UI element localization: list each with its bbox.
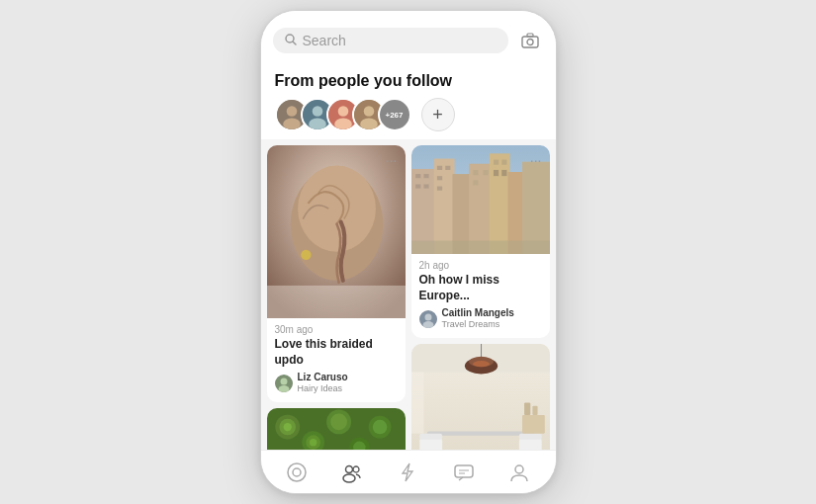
avatar-stack: +267 xyxy=(275,98,404,131)
pin-user-row: Liz Caruso Hairy Ideas xyxy=(275,372,398,394)
svg-rect-87 xyxy=(518,439,541,450)
svg-rect-4 xyxy=(527,34,533,37)
svg-rect-57 xyxy=(415,174,420,178)
avatar-count: +267 xyxy=(378,98,411,131)
svg-rect-69 xyxy=(501,160,506,165)
svg-rect-66 xyxy=(483,170,488,175)
svg-point-7 xyxy=(283,119,301,130)
svg-rect-95 xyxy=(524,403,530,415)
svg-rect-82 xyxy=(426,432,534,436)
pin-card-interior[interactable] xyxy=(411,344,550,450)
pin-username-europe: Caitlin Mangels xyxy=(442,307,514,319)
svg-rect-53 xyxy=(469,164,492,254)
svg-point-37 xyxy=(372,420,387,435)
search-icon xyxy=(285,34,297,48)
pin-more-europe[interactable]: ··· xyxy=(528,151,544,169)
pin-title: Love this braided updo xyxy=(275,337,398,368)
svg-rect-94 xyxy=(522,415,545,434)
svg-point-13 xyxy=(334,119,352,130)
nav-home[interactable] xyxy=(279,455,315,490)
pin-title-europe: Oh how I miss Europe... xyxy=(419,273,542,303)
svg-rect-2 xyxy=(522,37,538,47)
svg-rect-56 xyxy=(522,162,550,254)
svg-rect-65 xyxy=(473,170,478,175)
svg-rect-61 xyxy=(436,166,441,170)
svg-rect-104 xyxy=(455,465,473,477)
svg-rect-97 xyxy=(411,372,423,433)
svg-rect-21 xyxy=(267,286,406,318)
right-column: 2h ago Oh how I miss Europe... xyxy=(411,145,550,450)
svg-point-81 xyxy=(473,361,490,367)
svg-point-3 xyxy=(527,40,533,45)
pin-username: Liz Caruso xyxy=(298,372,348,383)
search-placeholder: Search xyxy=(303,33,497,48)
pin-avatar-europe xyxy=(419,310,437,328)
svg-point-23 xyxy=(280,378,287,384)
pin-board-europe: Travel Dreams xyxy=(442,319,514,330)
status-bar xyxy=(261,11,556,21)
svg-point-10 xyxy=(309,119,326,130)
svg-rect-63 xyxy=(436,176,441,180)
followers-row: +267 + xyxy=(275,98,542,131)
svg-rect-51 xyxy=(433,159,454,254)
pin-board: Hairy Ideas xyxy=(298,383,348,394)
svg-rect-60 xyxy=(423,184,428,188)
svg-point-28 xyxy=(283,423,291,431)
svg-point-16 xyxy=(360,119,378,130)
pin-info-hair: 30m ago Love this braided updo xyxy=(267,318,406,402)
svg-rect-58 xyxy=(423,174,428,178)
svg-rect-62 xyxy=(445,166,450,170)
svg-rect-96 xyxy=(532,406,537,415)
svg-point-15 xyxy=(363,106,374,117)
nav-profile[interactable] xyxy=(501,455,537,490)
svg-point-9 xyxy=(312,106,322,117)
search-bar[interactable]: Search xyxy=(273,28,508,53)
svg-rect-85 xyxy=(419,439,442,450)
pin-time: 30m ago xyxy=(275,324,398,335)
svg-rect-54 xyxy=(489,153,509,254)
search-bar-row: Search xyxy=(261,21,556,60)
pin-card-hair[interactable]: 30m ago Love this braided updo xyxy=(267,145,406,402)
nav-lightning[interactable] xyxy=(390,455,425,490)
pin-card-europe[interactable]: 2h ago Oh how I miss Europe... xyxy=(411,145,550,338)
svg-rect-67 xyxy=(473,180,478,185)
svg-point-107 xyxy=(515,465,523,473)
svg-rect-88 xyxy=(518,434,541,440)
svg-point-100 xyxy=(346,465,353,472)
svg-point-20 xyxy=(301,250,311,260)
pin-card-veggies[interactable] xyxy=(267,408,406,450)
svg-point-98 xyxy=(293,468,301,476)
svg-rect-70 xyxy=(493,170,498,176)
svg-point-33 xyxy=(330,414,347,431)
pin-user-row-europe: Caitlin Mangels Travel Dreams xyxy=(419,307,542,330)
svg-marker-103 xyxy=(403,463,412,481)
svg-line-1 xyxy=(293,42,296,44)
section-header: From people you follow xyxy=(261,60,556,139)
svg-rect-71 xyxy=(501,170,506,176)
left-column: 30m ago Love this braided updo xyxy=(267,145,406,450)
pin-user-info: Liz Caruso Hairy Ideas xyxy=(298,372,348,394)
pin-user-info-europe: Caitlin Mangels Travel Dreams xyxy=(442,307,514,330)
svg-rect-64 xyxy=(436,187,441,191)
svg-point-99 xyxy=(288,463,306,481)
pin-avatar xyxy=(275,375,293,392)
nav-chat[interactable] xyxy=(446,455,482,490)
camera-button[interactable] xyxy=(516,27,544,54)
svg-point-101 xyxy=(353,466,359,472)
phone-frame: Search From people you follow xyxy=(260,10,557,494)
svg-rect-59 xyxy=(415,184,420,188)
pin-info-europe: 2h ago Oh how I miss Europe... xyxy=(411,254,550,338)
bottom-nav xyxy=(261,450,556,493)
pin-more-button[interactable]: ··· xyxy=(384,151,400,169)
svg-rect-86 xyxy=(419,434,442,440)
pins-grid: 30m ago Love this braided updo xyxy=(261,139,556,450)
nav-people[interactable] xyxy=(334,455,370,490)
section-title: From people you follow xyxy=(275,72,542,90)
svg-point-31 xyxy=(310,439,317,446)
svg-point-12 xyxy=(337,106,348,117)
svg-point-102 xyxy=(343,474,355,482)
pin-time-europe: 2h ago xyxy=(419,260,542,271)
scroll-area[interactable]: From people you follow xyxy=(261,60,556,450)
svg-point-6 xyxy=(286,106,297,117)
add-followers-button[interactable]: + xyxy=(421,98,455,131)
